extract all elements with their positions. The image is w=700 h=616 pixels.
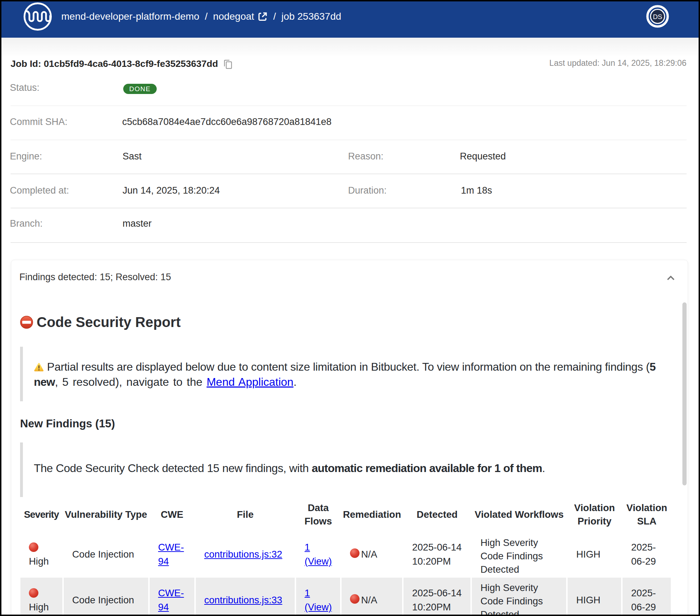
svg-text:DS: DS [653,13,662,20]
